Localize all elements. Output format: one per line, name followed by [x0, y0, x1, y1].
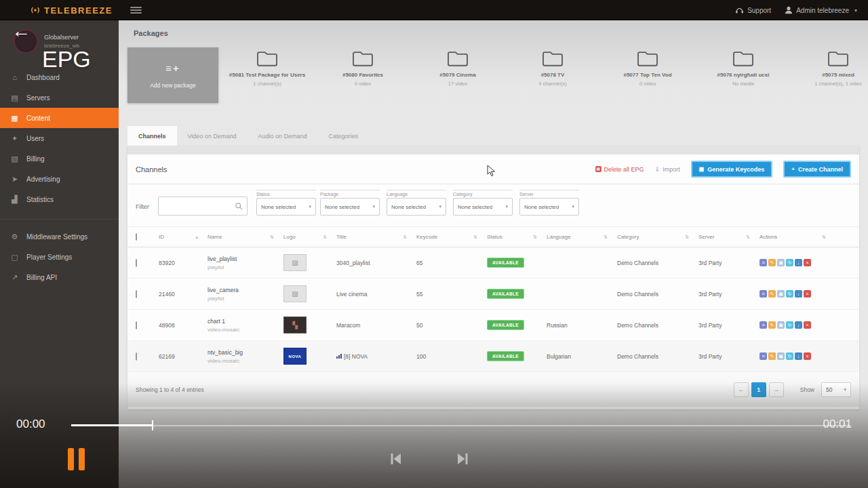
refresh-icon[interactable]: ↻ [786, 352, 793, 360]
epg-icon[interactable]: ≡ [760, 321, 767, 329]
delete-icon[interactable]: × [804, 321, 811, 329]
sidebar-item-statistics[interactable]: ▟ Statistics [0, 189, 119, 209]
page-size-select[interactable]: 50 ▾ [821, 382, 851, 397]
sidebar-item-player-settings[interactable]: ▢ Player Settings [0, 247, 119, 267]
edit-icon[interactable]: ✎ [768, 321, 776, 329]
package-card[interactable]: #5078 TV 4 channel(s) [509, 49, 597, 117]
download-icon[interactable]: ↓ [795, 352, 802, 360]
delete-icon[interactable]: × [804, 259, 811, 266]
account-menu[interactable]: Admin telebreeze ▾ [785, 6, 857, 14]
refresh-icon[interactable]: ↻ [786, 259, 793, 266]
copy-icon[interactable]: ▣ [777, 352, 785, 360]
filter-search-input[interactable] [158, 197, 248, 216]
download-icon[interactable]: ↓ [795, 259, 802, 266]
tab-audio-on-demand[interactable]: Audio on Demand [247, 126, 317, 146]
next-page-button[interactable]: → [769, 382, 784, 397]
column-status[interactable]: Status [487, 234, 502, 240]
page-1-button[interactable]: 1 [751, 382, 766, 397]
package-card[interactable]: #5081 Test Package for Users 1 channel(s… [223, 49, 311, 117]
sidebar-item-middleware-settings[interactable]: ⚙ Middleware Settings [0, 226, 119, 247]
refresh-icon[interactable]: ↻ [786, 321, 793, 329]
status-filter-select[interactable]: None selected ▾ [256, 198, 316, 216]
select-all-checkbox[interactable] [136, 233, 137, 241]
edit-icon[interactable]: ✎ [768, 352, 776, 360]
sort-asc-icon[interactable]: ▴ [195, 235, 198, 240]
column-logo[interactable]: Logo [283, 234, 296, 240]
support-link[interactable]: Support [735, 6, 771, 14]
back-button[interactable]: ← [12, 20, 31, 42]
delete-icon[interactable]: × [804, 290, 811, 298]
tab-categories[interactable]: Categories [317, 126, 369, 146]
edit-icon[interactable]: ✎ [768, 290, 776, 298]
sidebar-item-servers[interactable]: ▤ Servers [0, 87, 119, 108]
skip-previous-button[interactable] [388, 451, 403, 466]
skip-next-button[interactable] [456, 451, 471, 466]
download-icon[interactable]: ↓ [795, 290, 802, 298]
package-card[interactable]: #5077 Top Ten Vod 0 video [604, 49, 692, 117]
import-button[interactable]: ⇩ Import [655, 166, 680, 173]
copy-icon[interactable]: ▣ [777, 321, 785, 329]
sort-icon[interactable]: ⇅ [822, 235, 826, 240]
table-row[interactable]: 62169 ntv_basic_bigvideo-mosaic NOVA [8]… [127, 341, 859, 372]
column-language[interactable]: Language [547, 234, 571, 240]
epg-icon[interactable]: ≡ [760, 352, 767, 360]
category-filter-select[interactable]: None selected ▾ [453, 198, 513, 216]
menu-toggle-icon[interactable] [130, 5, 142, 15]
sort-icon[interactable]: ⇅ [685, 235, 689, 240]
tab-video-on-demand[interactable]: Video on Demand [177, 126, 248, 146]
column-keycode[interactable]: Keycode [416, 234, 437, 240]
column-title[interactable]: Title [336, 234, 347, 240]
epg-icon[interactable]: ≡ [760, 290, 767, 298]
brand-logo[interactable]: TELEBREEZE [30, 0, 113, 20]
sidebar-item-billing-api[interactable]: ↗ Billing API [0, 267, 119, 287]
row-checkbox[interactable] [136, 290, 137, 298]
language-filter-select[interactable]: None selected ▾ [387, 198, 446, 216]
package-card[interactable]: #5080 Favorites 0 video [319, 49, 407, 117]
sort-icon[interactable]: ⇅ [746, 235, 750, 240]
table-row[interactable]: 48908 chart 1video-mosaic ▚ Maracom 50 A… [127, 310, 859, 341]
column-server[interactable]: Server [698, 234, 715, 240]
sort-icon[interactable]: ⇅ [473, 235, 477, 240]
epg-icon[interactable]: ≡ [760, 259, 767, 266]
import-icon: ⇩ [655, 166, 660, 173]
row-checkbox[interactable] [136, 259, 137, 267]
progress-bar-played[interactable] [71, 424, 153, 426]
progress-bar-remaining[interactable] [153, 425, 851, 426]
copy-icon[interactable]: ▣ [777, 259, 785, 266]
sidebar-item-content[interactable]: ▦ Content [0, 108, 119, 128]
delete-all-epg-button[interactable]: ▦ Delete all EPG [595, 166, 644, 173]
table-row[interactable]: 83920 live_playlistplaylist ▨ 3040_playl… [127, 247, 859, 279]
column-name[interactable]: Name [208, 234, 222, 240]
pause-button[interactable] [68, 448, 85, 470]
refresh-icon[interactable]: ↻ [786, 290, 793, 298]
row-checkbox[interactable] [136, 352, 137, 361]
generate-keycodes-button[interactable]: ▦ Generate Keycodes [691, 161, 773, 178]
edit-icon[interactable]: ✎ [768, 259, 776, 266]
copy-icon[interactable]: ▣ [777, 290, 785, 298]
package-card[interactable]: #5076 nyirgfudi ucsi No media [699, 49, 787, 117]
column-id[interactable]: ID [159, 234, 164, 240]
sidebar-item-users[interactable]: ✦ Users [0, 128, 119, 148]
delete-icon[interactable]: × [804, 352, 811, 360]
server-filter-select[interactable]: None selected ▾ [519, 198, 579, 216]
add-package-card[interactable]: ≡+ Add new package [127, 47, 218, 103]
tab-channels[interactable]: Channels [127, 126, 177, 146]
package-card[interactable]: #5075 mixed 1 channel(s), 1 video [794, 49, 868, 117]
package-card[interactable]: #5079 Cinema 17 video [414, 49, 502, 117]
sidebar-item-billing[interactable]: ▧ Billing [0, 148, 119, 169]
download-icon[interactable]: ↓ [795, 321, 802, 329]
sort-icon[interactable]: ⇅ [270, 235, 274, 240]
column-category[interactable]: Category [617, 234, 639, 240]
package-filter-select[interactable]: None selected ▾ [320, 198, 380, 216]
sort-icon[interactable]: ⇅ [533, 235, 537, 240]
cell-server: 3rd Party [698, 260, 760, 266]
row-checkbox[interactable] [136, 321, 137, 329]
sidebar-item-advertising[interactable]: ➤ Advertising [0, 169, 119, 189]
sort-icon[interactable]: ⇅ [403, 235, 407, 240]
column-actions[interactable]: Actions [760, 234, 777, 240]
sort-icon[interactable]: ⇅ [604, 235, 608, 240]
table-row[interactable]: 21460 live_cameraplaylist ▨ Live cinema … [127, 279, 859, 310]
sort-icon[interactable]: ⇅ [323, 235, 327, 240]
prev-page-button[interactable]: ← [734, 382, 749, 397]
create-channel-button[interactable]: + Create Channel [783, 161, 851, 178]
